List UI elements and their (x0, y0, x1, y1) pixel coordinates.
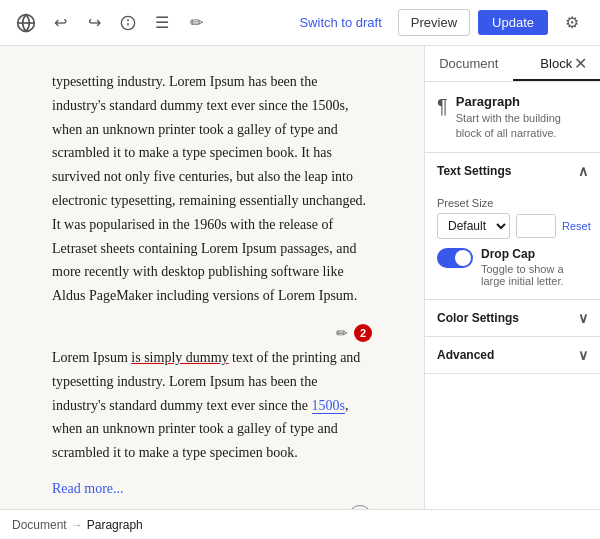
sidebar-tabs: Document Block ✕ (425, 46, 600, 82)
drop-cap-desc: Toggle to show a large initial letter. (481, 263, 588, 287)
breadcrumb-separator: → (71, 518, 83, 532)
paragraph-block-icon: ¶ (437, 95, 448, 118)
advanced-section: Advanced ∨ (425, 337, 600, 374)
advanced-chevron-icon: ∨ (578, 347, 588, 363)
custom-size-input[interactable] (516, 214, 556, 238)
text-settings-header[interactable]: Text Settings ∧ (425, 153, 600, 189)
paragraph2-link[interactable]: 1500s (312, 398, 345, 414)
paragraph2-pre: Lorem Ipsum (52, 350, 131, 365)
text-settings-body: Preset Size Default Reset Drop Cap Toggl… (425, 189, 600, 299)
block-info: ¶ Paragraph Start with the building bloc… (425, 82, 600, 153)
paragraph-2: Lorem Ipsum is simply dummy text of the … (52, 346, 372, 465)
settings-icon[interactable]: ⚙ (556, 7, 588, 39)
wordpress-icon[interactable] (12, 9, 40, 37)
editor-area: typesetting industry. Lorem Ipsum has be… (0, 46, 424, 509)
advanced-header[interactable]: Advanced ∨ (425, 337, 600, 373)
update-button[interactable]: Update (478, 10, 548, 35)
preview-button[interactable]: Preview (398, 9, 470, 36)
tab-document[interactable]: Document (425, 46, 513, 81)
block-text: Paragraph Start with the building block … (456, 94, 588, 142)
switch-draft-button[interactable]: Switch to draft (291, 11, 389, 34)
preset-size-label: Preset Size (437, 197, 588, 209)
color-settings-section: Color Settings ∨ (425, 300, 600, 337)
add-block-button[interactable]: + (348, 505, 372, 509)
block-name: Paragraph (456, 94, 588, 109)
preset-size-select[interactable]: Default (437, 213, 510, 239)
drop-cap-text: Drop Cap Toggle to show a large initial … (481, 247, 588, 287)
edit-icon[interactable]: ✏ (182, 9, 210, 37)
toolbar: ↩ ↪ ☰ ✏ Switch to draft Preview Update ⚙ (0, 0, 600, 46)
toolbar-left: ↩ ↪ ☰ ✏ (12, 9, 210, 37)
sidebar: Document Block ✕ ¶ Paragraph Start with … (424, 46, 600, 509)
reset-button[interactable]: Reset (562, 220, 591, 232)
paragraph2-underline: is simply dummy (131, 350, 228, 365)
breadcrumb-document[interactable]: Document (12, 518, 67, 532)
main-area: typesetting industry. Lorem Ipsum has be… (0, 46, 600, 509)
undo-icon[interactable]: ↩ (46, 9, 74, 37)
preset-size-row: Default Reset (437, 213, 588, 239)
block-desc: Start with the building block of all nar… (456, 111, 588, 142)
advanced-label: Advanced (437, 348, 494, 362)
toolbar-right: Switch to draft Preview Update ⚙ (291, 7, 588, 39)
add-block-area: + (52, 505, 372, 509)
editor-content: typesetting industry. Lorem Ipsum has be… (52, 70, 372, 509)
pencil-icon[interactable]: ✏ (336, 325, 348, 341)
tab-indicator (513, 79, 601, 81)
text-settings-section: Text Settings ∧ Preset Size Default Rese… (425, 153, 600, 300)
close-icon[interactable]: ✕ (568, 52, 592, 76)
text-settings-chevron-icon: ∧ (578, 163, 588, 179)
color-settings-chevron-icon: ∨ (578, 310, 588, 326)
color-settings-header[interactable]: Color Settings ∨ (425, 300, 600, 336)
drop-cap-label: Drop Cap (481, 247, 588, 261)
info-icon[interactable] (114, 9, 142, 37)
color-settings-label: Color Settings (437, 311, 519, 325)
edit-count-badge: 2 (354, 324, 372, 342)
drop-cap-row: Drop Cap Toggle to show a large initial … (437, 247, 588, 287)
breadcrumb-paragraph[interactable]: Paragraph (87, 518, 143, 532)
toggle-knob (455, 250, 471, 266)
drop-cap-toggle[interactable] (437, 248, 473, 268)
read-more-link[interactable]: Read more... (52, 481, 372, 497)
list-icon[interactable]: ☰ (148, 9, 176, 37)
breadcrumb: Document → Paragraph (0, 509, 600, 539)
redo-icon[interactable]: ↪ (80, 9, 108, 37)
edit-row: ✏ 2 (52, 324, 372, 342)
text-settings-label: Text Settings (437, 164, 511, 178)
paragraph-1: typesetting industry. Lorem Ipsum has be… (52, 70, 372, 308)
